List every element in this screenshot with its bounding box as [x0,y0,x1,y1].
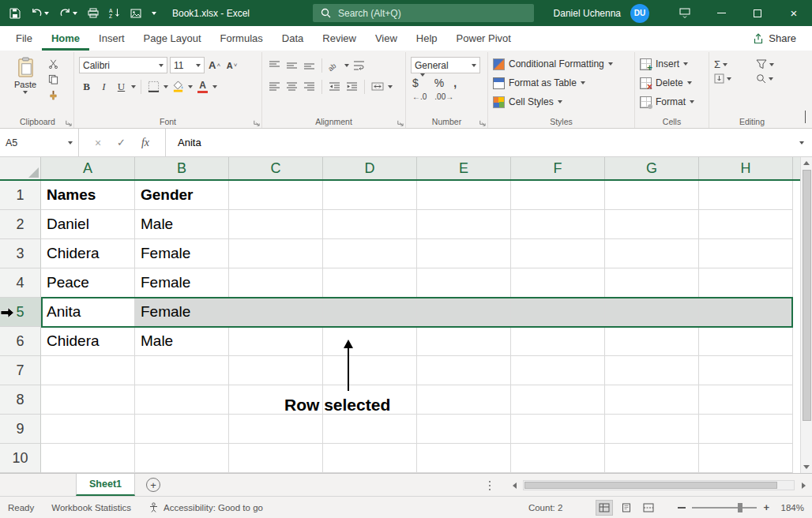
cell-D9[interactable] [323,415,417,444]
cell-E5[interactable] [417,298,511,327]
cell-F7[interactable] [511,356,605,385]
select-all-button[interactable] [0,157,41,179]
paste-dropdown-icon[interactable] [23,91,28,94]
ribbon-display-options-button[interactable] [667,0,703,26]
scroll-down-icon[interactable] [801,461,812,473]
cell-G10[interactable] [605,444,699,473]
cell-C2[interactable] [229,210,323,239]
cell-A8[interactable] [41,385,135,415]
cell-F3[interactable] [511,239,605,268]
cell-C5[interactable] [229,298,323,327]
row-header-2[interactable]: 2 [0,210,41,239]
cell-F2[interactable] [511,210,605,239]
cell-F9[interactable] [511,415,605,444]
tab-home[interactable]: Home [42,26,89,51]
cell-C10[interactable] [229,444,323,473]
tab-file[interactable]: File [6,26,42,51]
row-header-10[interactable]: 10 [0,444,41,473]
accounting-format-button[interactable]: $ [412,77,425,89]
col-header-H[interactable]: H [699,157,793,179]
insert-button[interactable]: Insert [640,54,704,73]
cell-D5[interactable] [323,298,417,327]
cell-G1[interactable] [605,181,699,210]
decrease-font-size-button[interactable]: A˅ [224,57,239,73]
quick-print-button[interactable] [88,8,99,18]
cell-H7[interactable] [699,356,793,385]
maximize-button[interactable] [739,0,776,26]
tab-help[interactable]: Help [407,26,447,51]
redo-button[interactable] [59,8,77,18]
font-color-button[interactable]: A [195,78,210,95]
zoom-slider[interactable] [692,507,757,509]
cell-E8[interactable] [417,385,511,415]
conditional-formatting-button[interactable]: Conditional Formatting [493,54,630,73]
font-dialog-launcher[interactable] [253,119,260,126]
merge-center-dropdown-icon[interactable] [388,85,393,88]
cell-F4[interactable] [511,268,605,298]
sort-filter-button[interactable] [756,58,791,70]
cell-H2[interactable] [699,210,793,239]
customize-quick-access-icon[interactable] [152,12,156,15]
cell-F6[interactable] [511,327,605,356]
workbook-statistics-button[interactable]: Workbook Statistics [51,503,131,512]
fill-color-dropdown-icon[interactable] [188,85,193,88]
cell-B6[interactable]: Male [135,327,229,356]
name-box[interactable]: A5 [0,129,79,156]
scroll-left-icon[interactable] [508,479,521,492]
increase-indent-button[interactable] [344,78,359,95]
scroll-up-icon[interactable] [801,157,812,169]
orientation-button[interactable]: ab [327,57,342,73]
font-size-select[interactable]: 11 [170,57,205,73]
cell-A10[interactable] [41,444,135,473]
cell-H9[interactable] [699,415,793,444]
cell-F5[interactable] [511,298,605,327]
top-align-button[interactable] [267,57,282,73]
accessibility-status[interactable]: Accessibility: Good to go [148,502,263,512]
cell-E10[interactable] [417,444,511,473]
align-left-button[interactable] [267,78,282,95]
cell-H6[interactable] [699,327,793,356]
cell-G6[interactable] [605,327,699,356]
cell-B3[interactable]: Female [135,239,229,268]
undo-dropdown-icon[interactable] [44,12,49,15]
cell-A6[interactable]: Chidera [41,327,135,356]
cell-B1[interactable]: Gender [135,181,229,210]
cell-H8[interactable] [699,385,793,415]
cell-H3[interactable] [699,239,793,268]
zoom-out-button[interactable] [678,507,686,509]
cell-D4[interactable] [323,268,417,298]
cancel-button[interactable]: × [95,137,101,149]
delete-button[interactable]: Delete [640,73,704,92]
cell-E9[interactable] [417,415,511,444]
row-header-4[interactable]: 4 [0,268,41,298]
scroll-right-icon[interactable] [797,479,810,492]
clipboard-dialog-launcher[interactable] [65,119,72,126]
cell-A3[interactable]: Chidera [41,239,135,268]
cell-B5[interactable]: Female [135,298,229,327]
number-format-select[interactable]: General [411,57,480,73]
col-header-F[interactable]: F [511,157,605,179]
col-header-D[interactable]: D [323,157,417,179]
cell-H5[interactable] [699,298,793,327]
cell-D1[interactable] [323,181,417,210]
cut-button[interactable] [48,58,58,71]
cell-styles-button[interactable]: Cell Styles [493,92,630,111]
col-header-E[interactable]: E [417,157,511,179]
comma-style-button[interactable]: , [453,77,457,89]
horizontal-scrollbar-thumb[interactable] [524,482,777,489]
horizontal-scrollbar[interactable] [508,477,810,494]
save-button[interactable] [9,8,21,19]
user-avatar[interactable]: DU [630,4,649,23]
undo-button[interactable] [31,8,49,18]
bottom-align-button[interactable] [302,57,317,73]
cell-A7[interactable] [41,356,135,385]
vertical-scrollbar-thumb[interactable] [803,170,811,421]
cell-G7[interactable] [605,356,699,385]
cell-A2[interactable]: Daniel [41,210,135,239]
cell-G3[interactable] [605,239,699,268]
format-button[interactable]: Format [640,92,704,111]
tab-formulas[interactable]: Formulas [211,26,273,51]
cell-F8[interactable] [511,385,605,415]
percent-style-button[interactable]: % [434,77,444,89]
cell-F1[interactable] [511,181,605,210]
